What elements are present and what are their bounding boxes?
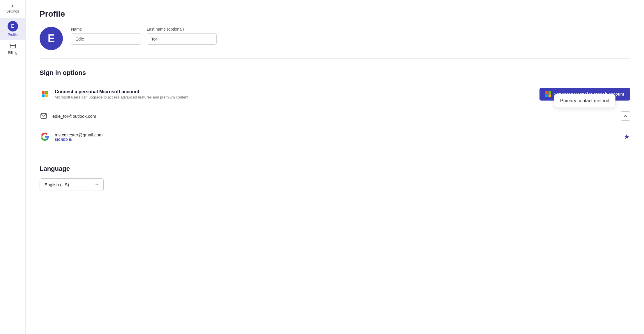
microsoft-signin-title: Connect a personal Microsoft account xyxy=(55,89,535,94)
google-signin-info: ms.cc.tester@gmail.com SIGNED IN xyxy=(55,132,617,141)
google-signin-row: ms.cc.tester@gmail.com SIGNED IN ★ xyxy=(40,126,630,147)
microsoft-icon xyxy=(40,89,50,99)
email-signin-info: edie_tor@outlook.com xyxy=(52,114,616,119)
microsoft-signin-desc: Microsoft users can upgrade to access ad… xyxy=(55,95,535,99)
large-avatar: E xyxy=(40,27,63,50)
language-select[interactable]: English (US) English (UK) Spanish French… xyxy=(40,178,104,191)
sidebar-item-label-billing: Billing xyxy=(8,51,17,55)
email-signin-row: edie_tor@outlook.com Primary contact met… xyxy=(40,106,630,126)
sidebar-item-profile[interactable]: E Profile xyxy=(0,18,25,40)
microsoft-signin-info: Connect a personal Microsoft account Mic… xyxy=(55,89,535,99)
last-name-group: Last name (optional) xyxy=(147,27,217,45)
signin-section-title: Sign in options xyxy=(40,69,630,77)
email-address: edie_tor@outlook.com xyxy=(52,114,616,119)
google-icon xyxy=(40,131,50,142)
sidebar-item-label-profile: Profile xyxy=(8,33,17,37)
signed-in-badge: SIGNED IN xyxy=(55,138,617,141)
chevron-up-button[interactable] xyxy=(621,111,630,121)
signin-section: Sign in options Connect a personal Micro… xyxy=(40,69,630,153)
ms-logo-btn-icon xyxy=(545,91,551,97)
profile-section: E Name Last name (optional) xyxy=(40,27,630,59)
name-fields: Name Last name (optional) xyxy=(71,27,630,45)
collapse-button[interactable]: Settings xyxy=(6,3,19,13)
tooltip-text: Primary contact method xyxy=(560,98,609,103)
main-content: Profile E Name Last name (optional) Sign… xyxy=(26,0,644,334)
star-icon: ★ xyxy=(624,133,630,141)
primary-contact-tooltip: Primary contact method xyxy=(554,94,615,108)
microsoft-signin-row: Connect a personal Microsoft account Mic… xyxy=(40,82,630,106)
avatar: E xyxy=(8,21,18,31)
email-icon xyxy=(40,112,48,120)
language-section-title: Language xyxy=(40,165,630,173)
first-name-input[interactable] xyxy=(71,33,141,45)
sidebar-item-billing[interactable]: Billing xyxy=(0,40,25,58)
star-button[interactable]: ★ xyxy=(624,133,630,141)
language-section: Language English (US) English (UK) Spani… xyxy=(40,165,630,191)
first-name-label: Name xyxy=(71,27,141,31)
first-name-group: Name xyxy=(71,27,141,45)
last-name-input[interactable] xyxy=(147,33,217,45)
settings-label: Settings xyxy=(6,9,19,13)
svg-rect-0 xyxy=(10,44,15,48)
sidebar: Settings E Profile Billing xyxy=(0,0,26,334)
star-area: Primary contact method xyxy=(621,111,630,121)
page-title: Profile xyxy=(40,9,630,19)
billing-icon xyxy=(9,43,16,50)
google-email-address: ms.cc.tester@gmail.com xyxy=(55,132,617,137)
last-name-label: Last name (optional) xyxy=(147,27,217,31)
